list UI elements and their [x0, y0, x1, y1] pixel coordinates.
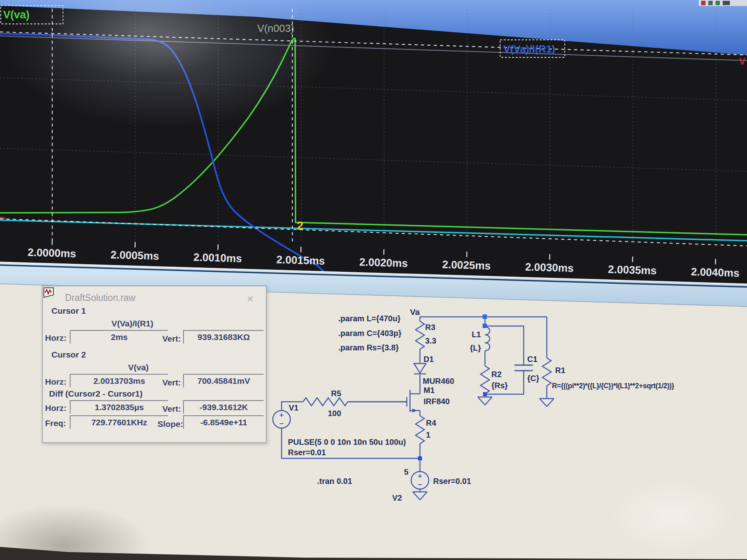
slope-label: Slope: [158, 419, 183, 429]
cursor2-marker[interactable]: 2 [297, 219, 304, 232]
axis-tick-label: 2.0030ms [525, 261, 574, 275]
component-name: V2 [392, 493, 402, 502]
axis-tick-label: 2.0005ms [110, 249, 159, 262]
v2-rser-text: Rser=0.01 [433, 477, 471, 485]
cursor2-vert-label: Vert: [162, 378, 181, 387]
component-name: D1 [424, 355, 434, 364]
component-value: 5 [404, 468, 408, 476]
component-name: R4 [426, 419, 436, 427]
cursor1-vert-value: 939.31683KΩ [183, 330, 264, 344]
component-name: R1 [555, 366, 566, 375]
junction-dot [483, 392, 487, 396]
component-name: V1 [289, 403, 298, 412]
diff-vert-label: Vert: [162, 404, 181, 414]
component-name: R2 [491, 370, 502, 379]
slope-value: -6.8549e+11 [183, 415, 264, 429]
freq-label: Freq: [45, 419, 66, 428]
node-label-va: Va [410, 307, 420, 316]
component-value: R={((pi**2)*({L}/{C})*I(L1)**2+sqrt(1/2)… [552, 382, 674, 390]
v1-rser-text: Rser=0.01 [288, 448, 326, 457]
dialog-title[interactable]: DraftSolution.raw [65, 293, 135, 303]
component-value: 3.3 [425, 336, 436, 345]
diff-heading: Diff (Cursor2 - Cursor1) [49, 389, 143, 399]
diff-horz-label: Horz: [45, 403, 67, 413]
axis-tick-label: 2.0040ms [691, 266, 739, 279]
axis-tick-label: 2.0035ms [608, 263, 656, 277]
trace-label-vva[interactable]: V(va) [3, 9, 30, 21]
component-name: R3 [425, 323, 436, 332]
component-value: 100 [328, 409, 341, 418]
component-name: M1 [424, 386, 435, 395]
diff-horz-value: 1.3702835µs [70, 400, 168, 414]
component-value: MUR460 [423, 377, 454, 385]
component-value: {C} [527, 374, 539, 383]
cursor-window[interactable]: DraftSolution.raw × Cursor 1 V(Va)/I(R1)… [42, 285, 267, 443]
ltspice-icon [43, 286, 55, 298]
cursor1-vert-label: Vert: [162, 334, 181, 344]
selection-handle [483, 314, 487, 319]
trace-label-vn003[interactable]: V(n003) [257, 22, 294, 34]
ltspice-screen: 2 2.0000ms 2.0005ms 2.0010ms 2.0015ms 2.… [0, 0, 747, 560]
directive-param-c[interactable]: .param C={403p} [338, 329, 402, 338]
cursor2-trace-name: V(va) [110, 363, 166, 372]
trace-red-fragment [0, 218, 5, 218]
main-canvas: 2 2.0000ms 2.0005ms 2.0010ms 2.0015ms 2.… [0, 0, 747, 560]
v1-pulse-text[interactable]: PULSE(5 0 0 10n 10n 50u 100u) [288, 438, 406, 446]
cursor1-heading: Cursor 1 [51, 306, 86, 316]
component-value: {Rs} [491, 381, 508, 390]
axis-tick-label: 2.0010ms [193, 251, 242, 265]
component-name: R5 [331, 389, 341, 398]
taskbar-fragment [699, 0, 747, 6]
component-name: L1 [472, 330, 481, 339]
component-value: 1 [426, 430, 430, 439]
directive-param-l[interactable]: .param L={470u} [338, 314, 400, 323]
axis-tick-label: 2.0015ms [276, 253, 325, 267]
cursor2-horz-label: Horz: [45, 377, 67, 387]
close-icon[interactable]: × [247, 293, 253, 305]
directive-param-rs[interactable]: .param Rs={3.8} [338, 343, 399, 352]
trace-label-clipped: V [739, 56, 745, 67]
cursor1-trace-name: V(Va)/I(R1) [102, 319, 162, 328]
axis-tick-label: 2.0000ms [28, 246, 76, 260]
junction-dot [418, 456, 422, 460]
component-value: {L} [470, 344, 481, 352]
axis-tick-label: 2.0020ms [359, 256, 408, 269]
trace-label-resistance[interactable]: V(Va)/I(R1) [503, 43, 555, 55]
diff-vert-value: -939.31612K [183, 400, 264, 414]
cursor2-heading: Cursor 2 [51, 350, 86, 360]
freq-value: 729.77601KHz [70, 415, 168, 429]
component-name: C1 [527, 355, 538, 364]
cursor2-horz-value: 2.0013703ms [70, 374, 168, 387]
directive-tran[interactable]: .tran 0.01 [317, 477, 352, 485]
axis-tick-label: 2.0025ms [442, 259, 491, 272]
component-value: IRF840 [424, 397, 450, 406]
cursor2-vert-value: 700.45841mV [183, 374, 264, 387]
cursor1-horz-label: Horz: [45, 333, 67, 343]
cursor1-horz-value: 2ms [70, 330, 168, 344]
